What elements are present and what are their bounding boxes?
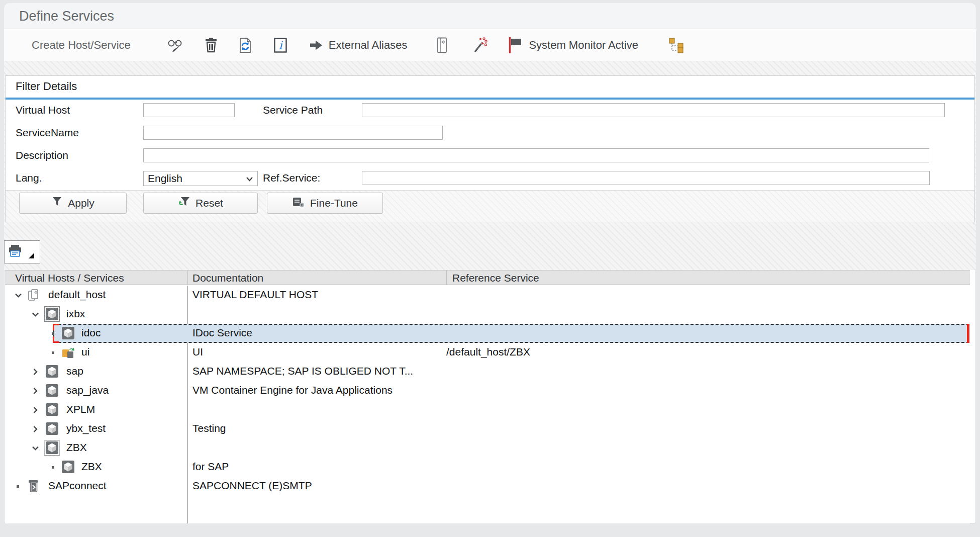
- column-divider: [446, 271, 447, 285]
- selection-right-mark: [967, 324, 969, 343]
- service-icon: [45, 307, 59, 321]
- service-icon: [45, 384, 59, 397]
- column-header-virtual-hosts[interactable]: Virtual Hosts / Services: [15, 272, 124, 284]
- tree-row-ui[interactable]: uiUI/default_host/ZBX: [5, 343, 970, 362]
- node-label: default_host: [48, 289, 106, 301]
- chevron-right-icon[interactable]: [31, 368, 40, 376]
- node-label: ZBX: [66, 441, 87, 454]
- ref-service-input[interactable]: [362, 171, 930, 185]
- delete-icon[interactable]: [204, 37, 218, 53]
- filter-details-group: Filter Details Virtual Host Service Path…: [5, 75, 975, 222]
- filter-button-row: Apply Reset Fine-Tune: [6, 193, 974, 214]
- language-selected-value: English: [148, 172, 182, 185]
- apply-button[interactable]: Apply: [19, 193, 127, 214]
- tree-row-sap[interactable]: sapSAP NAMESPACE; SAP IS OBLIGED NOT T..…: [5, 362, 970, 381]
- column-header-documentation[interactable]: Documentation: [192, 272, 263, 284]
- tree-row-idoc[interactable]: idocIDoc Service: [5, 324, 970, 343]
- tree-row-ybx_test[interactable]: ybx_testTesting: [5, 419, 970, 438]
- language-select[interactable]: English: [143, 171, 258, 186]
- bullet-icon: [52, 466, 54, 469]
- chevron-right-icon[interactable]: [31, 406, 40, 414]
- description-input[interactable]: [143, 148, 929, 162]
- flag-icon: [508, 37, 523, 54]
- external-aliases-label: External Aliases: [329, 39, 408, 52]
- host-icon: [27, 288, 41, 302]
- service-icon: [45, 441, 59, 455]
- hierarchy-icon[interactable]: [668, 37, 684, 53]
- virtual-host-input[interactable]: [143, 103, 235, 117]
- service-icon: [61, 460, 75, 474]
- service-name-label: ServiceName: [16, 127, 79, 139]
- reference-service-cell: /default_host/ZBX: [446, 346, 530, 358]
- sap-define-services-window: Define Services Create Host/Service i Ex…: [0, 0, 980, 537]
- system-monitor-button[interactable]: System Monitor Active: [508, 37, 638, 54]
- funnel-icon: [51, 196, 63, 210]
- service-icon: [45, 403, 59, 416]
- filter-row-language: Lang. English Ref.Service:: [6, 167, 974, 191]
- service-icon: [45, 365, 59, 378]
- arrow-right-icon: [310, 40, 323, 51]
- documentation-cell: SAP NAMESPACE; SAP IS OBLIGED NOT T...: [192, 365, 413, 377]
- description-label: Description: [16, 149, 68, 161]
- documentation-cell: IDoc Service: [192, 327, 252, 339]
- node-label: ixbx: [66, 308, 85, 320]
- column-divider: [187, 271, 188, 285]
- node-label: ybx_test: [66, 422, 106, 434]
- info-icon[interactable]: i: [273, 37, 287, 53]
- sapconnect-icon: [27, 479, 41, 493]
- ref-service-label: Ref.Service:: [263, 172, 320, 184]
- documentation-cell: UI: [192, 346, 203, 358]
- chevron-down-icon: [246, 172, 253, 185]
- service-path-input[interactable]: [362, 103, 945, 117]
- funnel-reset-icon: [178, 196, 190, 210]
- tree-row-ixbx[interactable]: ixbx: [5, 305, 970, 324]
- tree-table-body: default_hostVIRTUAL DEFAULT HOSTixbxidoc…: [5, 286, 970, 523]
- tree-row-sap_java[interactable]: sap_javaVM Container Engine for Java App…: [5, 381, 970, 400]
- tree-row-zbx[interactable]: ZBXfor SAP: [5, 458, 970, 477]
- tree-row-zbx[interactable]: ZBX: [5, 438, 970, 458]
- node-label: XPLM: [66, 403, 95, 415]
- external-aliases-button[interactable]: External Aliases: [310, 39, 408, 52]
- selected-row-highlight: [53, 324, 969, 343]
- node-label: sap_java: [66, 384, 109, 396]
- chevron-down-icon[interactable]: [31, 310, 40, 319]
- tree-table-header: Virtual Hosts / Services Documentation R…: [5, 270, 970, 285]
- node-label: ui: [81, 346, 89, 358]
- documentation-cell: VM Container Engine for Java Application…: [192, 384, 393, 396]
- chevron-down-icon[interactable]: [31, 444, 40, 453]
- fine-tune-button[interactable]: Fine-Tune: [267, 193, 383, 214]
- reset-button-label: Reset: [195, 197, 223, 209]
- filter-group-title: Filter Details: [16, 80, 77, 93]
- create-host-service-label: Create Host/Service: [32, 39, 131, 52]
- filter-row-service-name: ServiceName: [6, 122, 974, 145]
- tree-row-default_host[interactable]: default_hostVIRTUAL DEFAULT HOST: [5, 286, 970, 305]
- display-change-icon[interactable]: [167, 37, 184, 53]
- selection-corner-mark: [53, 324, 59, 330]
- service-path-label: Service Path: [263, 104, 323, 116]
- system-monitor-label: System Monitor Active: [529, 39, 638, 52]
- service-name-input[interactable]: [143, 126, 443, 140]
- chevron-right-icon[interactable]: [31, 425, 40, 433]
- print-button[interactable]: [4, 240, 40, 263]
- title-bar: Define Services: [4, 3, 976, 29]
- column-header-reference-service[interactable]: Reference Service: [452, 272, 539, 284]
- dropdown-corner-icon: [29, 253, 34, 258]
- fine-tune-icon: [292, 196, 305, 211]
- chevron-down-icon[interactable]: [14, 291, 23, 300]
- refresh-icon[interactable]: [238, 37, 252, 53]
- apply-button-label: Apply: [68, 197, 94, 209]
- wizard-wand-icon[interactable]: [471, 37, 487, 53]
- create-host-service-button[interactable]: Create Host/Service: [32, 39, 131, 52]
- chevron-right-icon[interactable]: [31, 387, 40, 395]
- documentation-cell: SAPCONNECT (E)SMTP: [192, 480, 312, 492]
- language-label: Lang.: [16, 172, 42, 184]
- reset-button[interactable]: Reset: [143, 193, 258, 214]
- filter-row-description: Description: [6, 145, 974, 168]
- selection-corner-mark: [53, 336, 59, 343]
- application-toolbar: Create Host/Service i External Aliases S…: [4, 29, 976, 61]
- host-door-icon[interactable]: [435, 37, 449, 54]
- node-label: SAPconnect: [48, 480, 107, 492]
- tree-row-sapconnect[interactable]: SAPconnectSAPCONNECT (E)SMTP: [5, 477, 970, 496]
- tree-row-xplm[interactable]: XPLM: [5, 400, 970, 419]
- filter-group-title-strip: Filter Details: [6, 76, 974, 98]
